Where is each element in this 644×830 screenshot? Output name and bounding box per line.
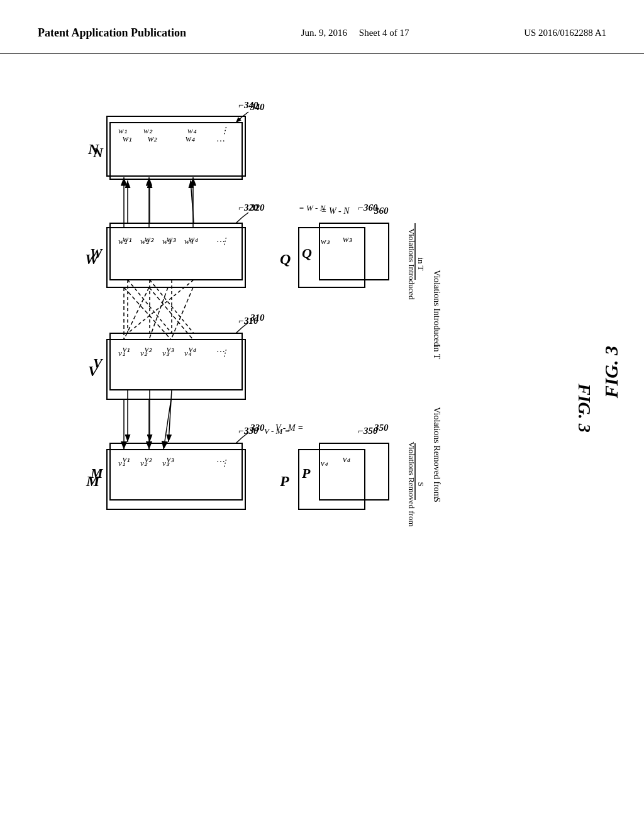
svg-text:v₂: v₂ xyxy=(140,458,148,468)
svg-text:P: P xyxy=(279,473,289,489)
svg-text:FIG. 3: FIG. 3 xyxy=(575,383,594,433)
svg-text:360: 360 xyxy=(363,202,378,213)
main-diagram: 340 ⌐ N w₁ w₂ w₄ ⋮ 320 ⌐ W w₁ w₂ w₃ w₄ ⋮… xyxy=(0,82,644,830)
svg-text:⋮: ⋮ xyxy=(220,458,229,468)
svg-text:320: 320 xyxy=(243,202,258,213)
svg-text:v₃: v₃ xyxy=(162,458,170,468)
svg-text:v₁: v₁ xyxy=(118,458,125,468)
svg-text:w₁: w₁ xyxy=(118,236,127,246)
svg-text:Violations Removed from: Violations Removed from xyxy=(407,442,416,527)
svg-text:w₂: w₂ xyxy=(140,236,150,246)
svg-line-25 xyxy=(124,287,171,340)
svg-text:310: 310 xyxy=(243,316,258,326)
ref-N-label: 340 xyxy=(243,100,258,110)
svg-text:Violations Introduced: Violations Introduced xyxy=(407,229,416,300)
svg-text:v₃: v₃ xyxy=(162,348,170,358)
svg-text:w₂: w₂ xyxy=(143,126,153,135)
svg-line-38 xyxy=(164,399,171,450)
svg-line-22 xyxy=(124,287,149,340)
svg-text:w₃: w₃ xyxy=(162,236,172,246)
svg-text:in T: in T xyxy=(416,257,426,270)
svg-text:⋮: ⋮ xyxy=(220,348,229,358)
svg-line-23 xyxy=(149,287,168,340)
svg-text:v₂: v₂ xyxy=(140,348,148,358)
svg-text:= W - N: = W - N xyxy=(299,203,326,213)
svg-text:⋮: ⋮ xyxy=(220,126,229,135)
svg-text:⌐: ⌐ xyxy=(238,316,244,326)
svg-rect-50 xyxy=(299,228,365,287)
svg-text:v₄: v₄ xyxy=(184,348,192,358)
svg-rect-56 xyxy=(299,450,365,509)
svg-text:W: W xyxy=(85,251,99,267)
svg-text:⌐: ⌐ xyxy=(238,426,244,436)
svg-text:350: 350 xyxy=(363,426,378,436)
svg-text:V - M =: V - M = xyxy=(264,426,290,436)
svg-text:M: M xyxy=(86,473,101,489)
svg-text:S: S xyxy=(416,482,426,486)
svg-text:V: V xyxy=(88,363,99,379)
svg-text:v₁: v₁ xyxy=(118,348,125,358)
svg-text:⌐: ⌐ xyxy=(238,202,244,213)
svg-text:w₄: w₄ xyxy=(184,236,194,246)
svg-text:v₄: v₄ xyxy=(321,458,328,468)
svg-line-24 xyxy=(171,287,193,340)
svg-text:w₃: w₃ xyxy=(321,236,330,246)
svg-text:⋮: ⋮ xyxy=(220,236,229,246)
svg-text:w₄: w₄ xyxy=(187,126,197,135)
svg-line-26 xyxy=(149,287,193,340)
svg-text:⌐: ⌐ xyxy=(357,426,364,436)
svg-text:Q: Q xyxy=(280,251,291,267)
svg-text:w₁: w₁ xyxy=(118,126,127,135)
svg-text:⌐: ⌐ xyxy=(357,202,364,213)
ref-N-bracket: ⌐ xyxy=(238,100,244,110)
svg-text:330: 330 xyxy=(243,426,258,436)
svg-text:N: N xyxy=(87,141,100,157)
